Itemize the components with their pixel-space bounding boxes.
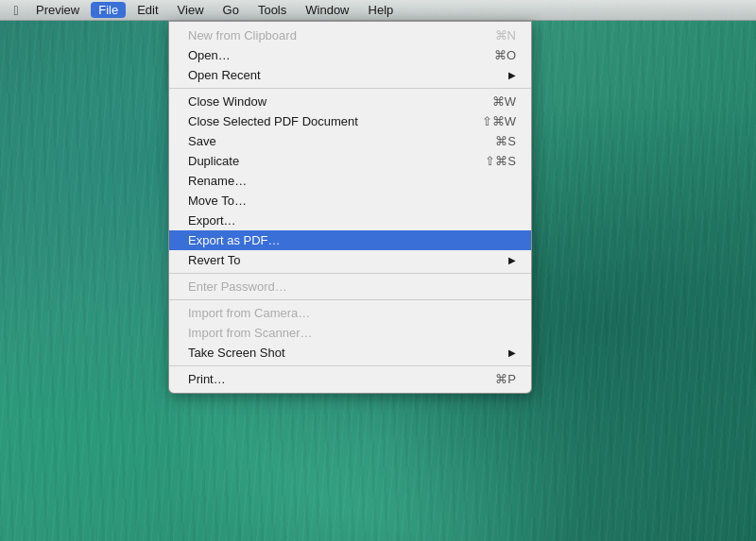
menu-item-open[interactable]: Open… ⌘O: [169, 45, 531, 65]
menu-item-label: Take Screen Shot: [188, 346, 285, 360]
menu-item-shortcut: ⌘W: [492, 94, 516, 109]
menu-item-label: Open…: [188, 48, 231, 62]
menu-item-shortcut: ⌘O: [494, 48, 516, 62]
menu-divider-1: [169, 88, 531, 89]
menu-item-rename[interactable]: Rename…: [169, 171, 531, 191]
menu-item-label: Import from Camera…: [188, 306, 310, 320]
menu-item-save[interactable]: Save ⌘S: [169, 131, 531, 151]
apple-menu-icon[interactable]: : [8, 3, 25, 18]
menu-item-close-pdf[interactable]: Close Selected PDF Document ⇧⌘W: [169, 111, 531, 131]
menu-item-duplicate[interactable]: Duplicate ⇧⌘S: [169, 151, 531, 171]
menubar-window[interactable]: Window: [298, 2, 356, 18]
menu-item-shortcut: ⌘S: [495, 134, 516, 148]
file-dropdown-menu: New from Clipboard ⌘N Open… ⌘O Open Rece…: [168, 21, 532, 394]
menu-item-shortcut: ⇧⌘S: [485, 154, 516, 168]
menu-item-shortcut: ⌘P: [495, 372, 516, 386]
menu-item-label: Save: [188, 134, 216, 148]
menu-item-label: Enter Password…: [188, 279, 287, 294]
menu-item-enter-password[interactable]: Enter Password…: [169, 277, 531, 296]
menubar-preview[interactable]: Preview: [28, 2, 87, 18]
menu-item-shortcut: ⇧⌘W: [482, 114, 516, 128]
menu-item-label: Import from Scanner…: [188, 326, 313, 340]
menubar-edit[interactable]: Edit: [129, 2, 165, 18]
menu-item-label: Duplicate: [188, 154, 239, 168]
menu-item-label: Revert To: [188, 253, 240, 267]
menu-item-label: Export as PDF…: [188, 233, 281, 247]
menu-item-move-to[interactable]: Move To…: [169, 191, 531, 211]
menu-item-print[interactable]: Print… ⌘P: [169, 369, 531, 389]
menu-item-label: New from Clipboard: [188, 28, 297, 42]
menu-item-new-clipboard[interactable]: New from Clipboard ⌘N: [169, 25, 531, 45]
menu-item-import-camera[interactable]: Import from Camera…: [169, 303, 531, 323]
menu-item-close-window[interactable]: Close Window ⌘W: [169, 92, 531, 111]
menu-item-label: Close Window: [188, 94, 266, 109]
menu-item-label: Close Selected PDF Document: [188, 114, 358, 128]
menu-item-import-scanner[interactable]: Import from Scanner…: [169, 323, 531, 343]
menubar-go[interactable]: Go: [215, 2, 247, 18]
menu-item-export-pdf[interactable]: Export as PDF…: [169, 230, 531, 250]
submenu-arrow-icon: ▶: [508, 70, 516, 80]
menu-divider-4: [169, 365, 531, 366]
menu-item-take-screenshot[interactable]: Take Screen Shot ▶: [169, 343, 531, 363]
menu-item-label: Rename…: [188, 174, 247, 188]
menu-divider-3: [169, 299, 531, 300]
menubar:  Preview File Edit View Go Tools Window…: [0, 0, 756, 21]
menubar-help[interactable]: Help: [361, 2, 402, 18]
menu-item-revert-to[interactable]: Revert To ▶: [169, 250, 531, 270]
menubar-tools[interactable]: Tools: [250, 2, 294, 18]
menu-divider-2: [169, 273, 531, 274]
menu-item-label: Export…: [188, 213, 236, 228]
menu-item-open-recent[interactable]: Open Recent ▶: [169, 65, 531, 85]
menu-item-export[interactable]: Export…: [169, 211, 531, 230]
menu-item-label: Print…: [188, 372, 226, 386]
menubar-file[interactable]: File: [91, 2, 126, 18]
menu-item-label: Move To…: [188, 194, 247, 208]
submenu-arrow-icon: ▶: [508, 255, 516, 265]
menu-item-shortcut: ⌘N: [495, 28, 516, 42]
menubar-view[interactable]: View: [170, 2, 212, 18]
submenu-arrow-icon: ▶: [508, 347, 516, 358]
menu-item-label: Open Recent: [188, 68, 261, 82]
